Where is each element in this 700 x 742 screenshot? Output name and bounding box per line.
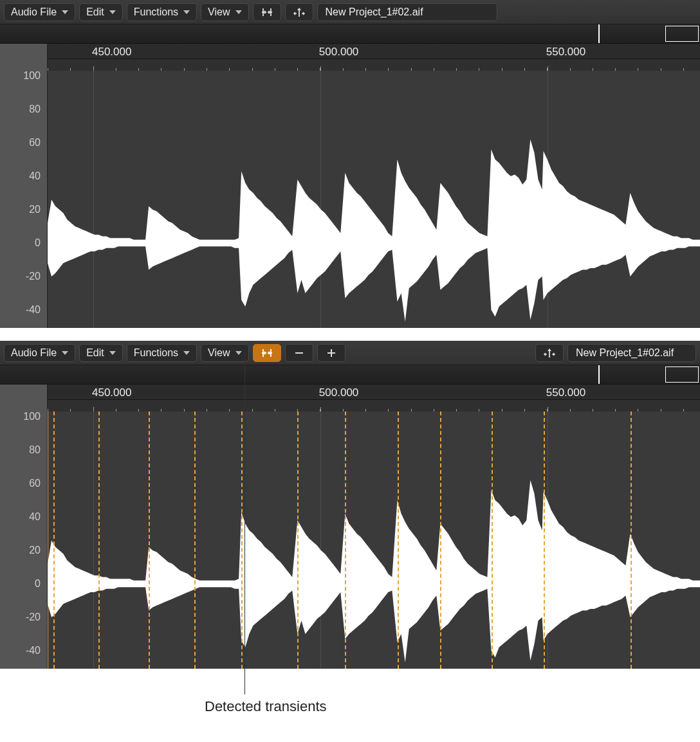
overview-playhead[interactable] xyxy=(598,365,600,384)
transient-marker-icon xyxy=(542,348,557,358)
overview-zoom-handle[interactable] xyxy=(665,366,699,383)
transient-marker[interactable] xyxy=(297,412,299,669)
transient-marker[interactable] xyxy=(345,412,346,669)
waveform-area[interactable] xyxy=(48,412,700,669)
transient-marker[interactable] xyxy=(631,412,632,669)
amplitude-label: 0 xyxy=(35,237,41,249)
ruler-label: 550.000 xyxy=(546,46,585,59)
menu-edit[interactable]: Edit xyxy=(79,3,123,21)
transient-marker[interactable] xyxy=(440,412,441,669)
amplitude-label: 0 xyxy=(35,578,41,590)
amplitude-label: 100 xyxy=(23,70,41,82)
amplitude-label: 100 xyxy=(23,411,41,422)
chevron-down-icon xyxy=(62,10,68,14)
flex-mode-button[interactable] xyxy=(253,344,281,362)
amplitude-label: 80 xyxy=(29,104,41,115)
ruler-label: 500.000 xyxy=(319,46,358,59)
callout-leader-line xyxy=(244,354,245,694)
plus-icon xyxy=(326,348,336,358)
menu-label: Functions xyxy=(134,347,178,359)
transient-marker[interactable] xyxy=(98,412,100,669)
callout: Detected transients xyxy=(0,669,700,720)
ruler-label: 550.000 xyxy=(546,386,585,399)
overview-zoom-handle[interactable] xyxy=(665,26,699,42)
menu-label: View xyxy=(208,6,230,18)
transient-marker[interactable] xyxy=(544,412,545,669)
time-ruler[interactable]: 450.000500.000550.000 xyxy=(0,385,700,412)
transient-marker[interactable] xyxy=(149,412,150,669)
amplitude-label: 40 xyxy=(29,511,41,523)
menu-label: View xyxy=(208,347,230,359)
waveform-editor[interactable]: 100806040200-20-40 xyxy=(0,412,700,669)
ruler-label: 450.000 xyxy=(92,386,131,399)
menu-audio-file[interactable]: Audio File xyxy=(4,344,75,362)
menu-view[interactable]: View xyxy=(201,344,248,362)
chevron-down-icon xyxy=(183,351,190,355)
waveform xyxy=(48,71,700,328)
transient-marker-icon xyxy=(292,7,306,17)
overview-playhead[interactable] xyxy=(598,24,600,43)
svg-marker-0 xyxy=(48,140,700,321)
filename-text: New Project_1#02.aif xyxy=(576,347,674,358)
flex-mode-button[interactable] xyxy=(253,3,281,21)
transient-marker[interactable] xyxy=(53,412,55,669)
amplitude-gutter: 100806040200-20-40 xyxy=(0,412,48,669)
menu-label: Functions xyxy=(134,6,178,18)
waveform xyxy=(48,412,700,669)
ruler-label: 500.000 xyxy=(319,386,358,399)
time-ruler[interactable]: 450.000500.000550.000 xyxy=(0,44,700,71)
transient-marker[interactable] xyxy=(492,412,493,669)
menu-label: Audio File xyxy=(11,6,57,18)
amplitude-gutter: 100806040200-20-40 xyxy=(0,71,48,328)
amplitude-label: -20 xyxy=(26,611,41,623)
filename-text: New Project_1#02.aif xyxy=(326,6,423,17)
filename-display[interactable]: New Project_1#02.aif xyxy=(567,344,696,362)
overview-strip[interactable] xyxy=(0,365,700,385)
svg-marker-1 xyxy=(48,480,700,662)
menu-label: Audio File xyxy=(11,347,57,359)
amplitude-label: 60 xyxy=(29,137,41,149)
chevron-down-icon xyxy=(235,351,242,355)
menu-edit[interactable]: Edit xyxy=(79,344,123,362)
transient-mode-button[interactable] xyxy=(535,344,564,362)
amplitude-label: -20 xyxy=(26,271,41,282)
add-transient-button[interactable] xyxy=(317,344,345,362)
filename-display[interactable]: New Project_1#02.aif xyxy=(317,3,497,21)
amplitude-label: 20 xyxy=(29,204,41,215)
callout-label: Detected transients xyxy=(205,698,327,715)
amplitude-label: -40 xyxy=(26,645,41,656)
amplitude-label: 80 xyxy=(29,444,41,456)
chevron-down-icon xyxy=(109,351,116,355)
transient-marker[interactable] xyxy=(194,412,196,669)
chevron-down-icon xyxy=(235,10,242,14)
audio-editor-panel-bottom: Audio File Edit Functions View xyxy=(0,341,700,669)
overview-strip[interactable] xyxy=(0,24,700,44)
amplitude-label: -40 xyxy=(26,304,41,316)
audio-editor-panel-top: Audio File Edit Functions View xyxy=(0,0,700,328)
menu-functions[interactable]: Functions xyxy=(127,3,197,21)
ruler-label: 450.000 xyxy=(92,46,131,59)
remove-transient-button[interactable] xyxy=(285,344,313,362)
chevron-down-icon xyxy=(109,10,116,14)
transient-marker[interactable] xyxy=(241,412,243,669)
menu-functions[interactable]: Functions xyxy=(127,344,197,362)
flex-icon xyxy=(261,348,273,358)
menu-view[interactable]: View xyxy=(201,3,248,21)
flex-icon xyxy=(261,7,273,17)
menu-audio-file[interactable]: Audio File xyxy=(4,3,75,21)
chevron-down-icon xyxy=(183,10,190,14)
chevron-down-icon xyxy=(62,351,68,355)
toolbar: Audio File Edit Functions View xyxy=(0,0,700,24)
amplitude-label: 40 xyxy=(29,170,41,182)
toolbar: Audio File Edit Functions View xyxy=(0,341,700,365)
waveform-area[interactable] xyxy=(48,71,700,328)
transient-marker[interactable] xyxy=(398,412,399,669)
amplitude-label: 20 xyxy=(29,545,41,556)
menu-label: Edit xyxy=(86,347,104,359)
minus-icon xyxy=(294,348,304,358)
waveform-editor[interactable]: 100806040200-20-40 xyxy=(0,71,700,328)
amplitude-label: 60 xyxy=(29,478,41,489)
menu-label: Edit xyxy=(86,6,104,18)
transient-mode-button[interactable] xyxy=(285,3,313,21)
